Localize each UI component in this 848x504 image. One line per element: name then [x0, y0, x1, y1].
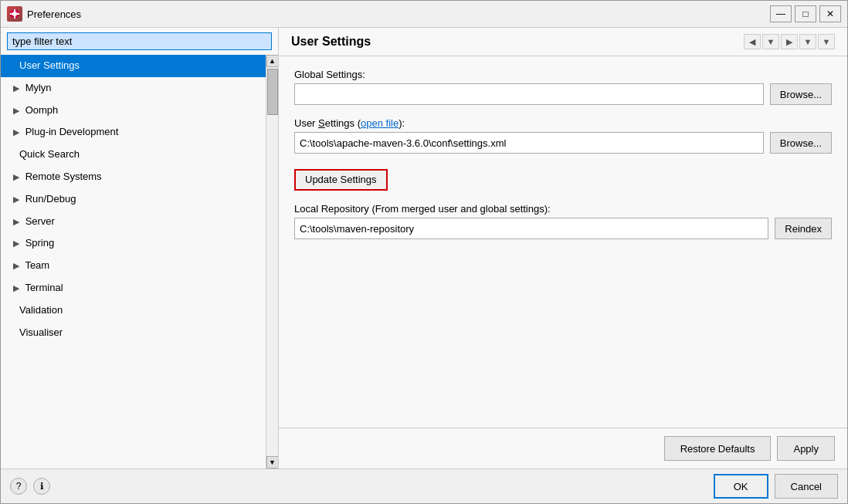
- item-label: Mylyn: [25, 82, 52, 93]
- scroll-thumb[interactable]: [267, 69, 278, 115]
- item-label: Plug-in Development: [25, 126, 119, 137]
- reindex-button[interactable]: Reindex: [775, 218, 832, 239]
- sidebar-item-validation[interactable]: Validation: [1, 299, 266, 322]
- arrow-icon: ▶: [13, 237, 19, 251]
- app-icon: [7, 6, 22, 22]
- title-bar: Preferences — □ ✕: [1, 1, 847, 28]
- sidebar-item-terminal[interactable]: ▶ Terminal: [1, 277, 266, 299]
- local-repo-label: Local Repository (From merged user and g…: [294, 203, 832, 215]
- open-file-link[interactable]: open file: [361, 117, 399, 129]
- item-label: Visualiser: [19, 326, 63, 338]
- window-title: Preferences: [27, 8, 770, 20]
- preferences-window: Preferences — □ ✕ User Settings ▶ Mylyn: [0, 0, 848, 504]
- svg-rect-2: [14, 9, 15, 12]
- arrow-icon: ▶: [13, 171, 19, 184]
- arrow-icon: ▶: [13, 193, 19, 207]
- svg-rect-4: [10, 13, 12, 15]
- update-settings-button[interactable]: Update Settings: [294, 169, 388, 191]
- scrollbar[interactable]: ▲ ▼: [266, 55, 278, 468]
- sidebar-item-oomph[interactable]: ▶ Oomph: [1, 100, 266, 122]
- svg-point-1: [12, 12, 17, 16]
- sidebar-item-server[interactable]: ▶ Server: [1, 211, 266, 233]
- user-settings-group: User Settings (open file): Browse...: [294, 117, 832, 154]
- user-settings-row: Browse...: [294, 132, 832, 154]
- user-settings-label: User Settings (open file):: [294, 117, 832, 129]
- nav-back-dropdown[interactable]: ▼: [762, 34, 779, 49]
- sidebar-item-remote-systems[interactable]: ▶ Remote Systems: [1, 166, 266, 188]
- right-footer: Restore Defaults Apply: [279, 428, 847, 468]
- arrow-icon: ▶: [13, 259, 19, 273]
- window-controls: — □ ✕: [770, 5, 841, 22]
- bottom-bar: ? ℹ OK Cancel: [1, 468, 847, 503]
- cancel-button[interactable]: Cancel: [775, 474, 838, 499]
- arrow-icon: ▶: [13, 126, 19, 140]
- item-label: Oomph: [25, 104, 59, 116]
- maximize-button[interactable]: □: [795, 5, 816, 22]
- ok-button[interactable]: OK: [714, 474, 768, 499]
- global-settings-input[interactable]: [294, 83, 764, 105]
- arrow-icon: ▶: [13, 215, 19, 229]
- apply-button[interactable]: Apply: [777, 436, 835, 461]
- nav-forward-button[interactable]: ▶: [781, 34, 798, 49]
- svg-rect-5: [17, 13, 19, 15]
- scroll-up-button[interactable]: ▲: [266, 55, 279, 67]
- bottom-icons: ? ℹ: [10, 478, 50, 495]
- global-settings-label: Global Settings:: [294, 69, 832, 80]
- sidebar-item-visualiser[interactable]: Visualiser: [1, 322, 266, 344]
- right-body: Global Settings: Browse... User Settings…: [279, 56, 847, 428]
- nav-arrows: ◀ ▼ ▶ ▼ ▼: [744, 34, 835, 49]
- nav-menu-button[interactable]: ▼: [818, 34, 835, 49]
- arrow-icon: ▶: [13, 104, 19, 118]
- bottom-right: OK Cancel: [714, 474, 838, 499]
- close-button[interactable]: ✕: [819, 5, 841, 22]
- global-settings-row: Browse...: [294, 83, 832, 105]
- main-content: User Settings ▶ Mylyn ▶ Oomph ▶ Plug-in …: [1, 28, 847, 468]
- local-repo-input[interactable]: [294, 218, 768, 239]
- item-label: Server: [25, 215, 55, 227]
- nav-back-button[interactable]: ◀: [744, 34, 761, 49]
- right-panel: User Settings ◀ ▼ ▶ ▼ ▼ Global Settings:…: [279, 28, 847, 468]
- sidebar-item-run-debug[interactable]: ▶ Run/Debug: [1, 188, 266, 211]
- item-label: Validation: [19, 304, 63, 316]
- item-label: Quick Search: [19, 148, 80, 160]
- sidebar-item-spring[interactable]: ▶ Spring: [1, 232, 266, 255]
- restore-defaults-button[interactable]: Restore Defaults: [664, 436, 772, 461]
- tree-area: User Settings ▶ Mylyn ▶ Oomph ▶ Plug-in …: [1, 55, 278, 468]
- local-repo-row: Reindex: [294, 218, 832, 239]
- minimize-button[interactable]: —: [770, 5, 792, 22]
- filter-input[interactable]: [7, 32, 272, 50]
- item-label: Team: [25, 259, 49, 271]
- right-header: User Settings ◀ ▼ ▶ ▼ ▼: [279, 28, 847, 56]
- browse-global-button[interactable]: Browse...: [770, 83, 832, 105]
- item-label: Run/Debug: [25, 193, 76, 205]
- page-title: User Settings: [291, 35, 371, 49]
- arrow-icon: ▶: [13, 282, 19, 296]
- nav-forward-dropdown[interactable]: ▼: [799, 34, 816, 49]
- sidebar-item-quick-search[interactable]: Quick Search: [1, 144, 266, 166]
- user-settings-input[interactable]: [294, 132, 764, 154]
- sidebar-item-user-settings[interactable]: User Settings: [1, 55, 266, 77]
- sidebar-item-plugin-dev[interactable]: ▶ Plug-in Development: [1, 121, 266, 144]
- local-repo-group: Local Repository (From merged user and g…: [294, 203, 832, 239]
- scroll-down-button[interactable]: ▼: [266, 456, 279, 468]
- svg-rect-3: [14, 16, 15, 19]
- sidebar-item-mylyn[interactable]: ▶ Mylyn: [1, 77, 266, 100]
- item-label: Spring: [25, 237, 55, 249]
- update-settings-group: Update Settings: [294, 166, 832, 191]
- item-label: User Settings: [19, 59, 80, 71]
- browse-user-button[interactable]: Browse...: [770, 132, 832, 154]
- tree-list: User Settings ▶ Mylyn ▶ Oomph ▶ Plug-in …: [1, 55, 266, 468]
- global-settings-group: Global Settings: Browse...: [294, 69, 832, 105]
- left-panel: User Settings ▶ Mylyn ▶ Oomph ▶ Plug-in …: [1, 28, 279, 468]
- sidebar-item-team[interactable]: ▶ Team: [1, 255, 266, 277]
- item-label: Terminal: [25, 282, 63, 293]
- item-label: Remote Systems: [25, 171, 102, 182]
- help-icon[interactable]: ?: [10, 478, 27, 495]
- arrow-icon: ▶: [13, 82, 19, 96]
- info-icon[interactable]: ℹ: [33, 478, 50, 495]
